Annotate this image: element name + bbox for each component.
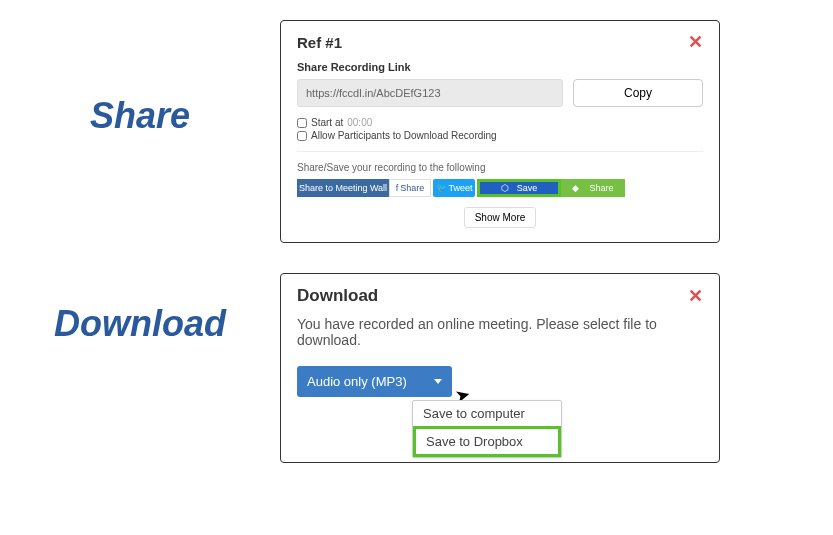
download-format-label: Audio only (MP3) <box>307 374 434 389</box>
dropbox-icon: ⬡ <box>501 183 509 193</box>
chevron-down-icon <box>434 379 442 384</box>
close-icon[interactable]: ✕ <box>688 287 703 305</box>
download-menu: Save to computer Save to Dropbox <box>412 400 562 458</box>
share-meeting-wall-button[interactable]: Share to Meeting Wall <box>297 179 389 197</box>
dropbox-highlight: ⬡Save <box>477 179 561 197</box>
menu-save-dropbox[interactable]: Save to Dropbox <box>413 426 561 457</box>
download-panel-title: Download <box>297 286 378 306</box>
download-panel: Download ✕ You have recorded an online m… <box>280 273 720 463</box>
save-dropbox-button[interactable]: ⬡Save <box>480 182 558 194</box>
download-heading: Download <box>0 303 280 345</box>
share-link-input[interactable] <box>297 79 563 107</box>
share-buttons-row: Share to Meeting Wall fShare 🐦Tweet ⬡Sav… <box>297 179 703 197</box>
start-at-checkbox[interactable] <box>297 118 307 128</box>
start-at-label: Start at <box>311 117 343 128</box>
share-twitter-button[interactable]: 🐦Tweet <box>433 179 475 197</box>
share-heading: Share <box>0 95 280 137</box>
copy-button[interactable]: Copy <box>573 79 703 107</box>
share-link-label: Share Recording Link <box>297 61 703 73</box>
share-save-label: Share/Save your recording to the followi… <box>297 162 703 173</box>
allow-participants-label: Allow Participants to Download Recording <box>311 130 497 141</box>
start-at-time: 00:00 <box>347 117 372 128</box>
download-message: You have recorded an online meeting. Ple… <box>281 316 719 348</box>
menu-save-computer[interactable]: Save to computer <box>413 401 561 426</box>
allow-participants-checkbox[interactable] <box>297 131 307 141</box>
share-facebook-button[interactable]: fShare <box>389 179 431 197</box>
facebook-icon: f <box>396 183 399 193</box>
show-more-button[interactable]: Show More <box>464 207 537 228</box>
close-icon[interactable]: ✕ <box>688 33 703 51</box>
evernote-icon: ◆ <box>572 183 579 193</box>
share-evernote-button[interactable]: ◆Share <box>561 179 625 197</box>
twitter-icon: 🐦 <box>436 183 447 193</box>
share-panel-title: Ref #1 <box>297 34 342 51</box>
share-panel: Ref #1 ✕ Share Recording Link Copy Start… <box>280 20 720 243</box>
download-format-dropdown[interactable]: Audio only (MP3) <box>297 366 452 397</box>
